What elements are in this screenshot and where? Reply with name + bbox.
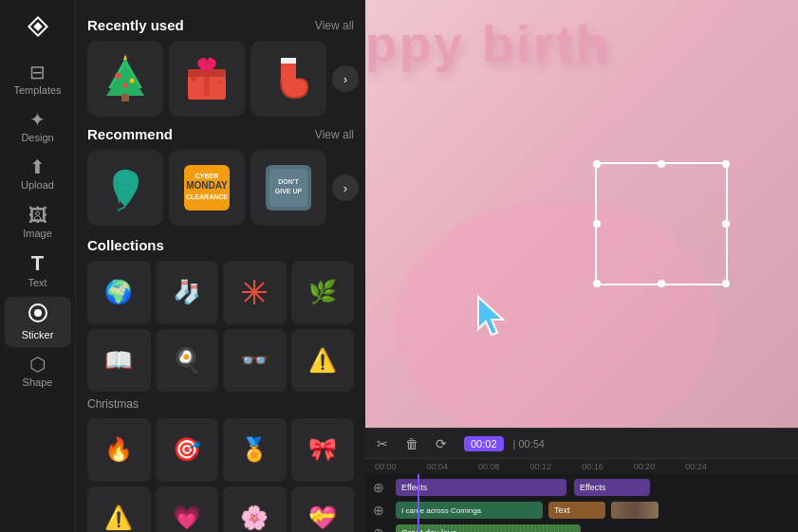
sidebar-item-templates[interactable]: ⊟ Templates <box>5 57 71 102</box>
collection-item-gift[interactable]: 💝 <box>291 486 355 533</box>
timeline-timecode: 00:02 <box>464 436 504 451</box>
track-audio[interactable]: Great day love <box>396 524 581 532</box>
selection-handle-bm[interactable] <box>658 280 665 287</box>
track-text[interactable]: Text <box>548 502 605 519</box>
svg-point-6 <box>115 73 121 79</box>
timeline-toolbar: ✂ 🗑 ⟳ 00:02 | 00:54 <box>365 429 798 459</box>
svg-point-13 <box>191 76 196 82</box>
selection-handle-mr[interactable] <box>722 220 730 228</box>
recently-used-header: Recently used View all <box>87 17 354 33</box>
sticker-heart-box[interactable] <box>169 41 245 117</box>
sidebar-item-image[interactable]: 🖼 Image <box>5 200 71 246</box>
svg-text:MONDAY: MONDAY <box>186 180 228 191</box>
collection-item-flower[interactable]: 🌸 <box>223 486 287 533</box>
collection-item-book[interactable]: 📖 <box>87 329 151 393</box>
track-row-audio: ⊕ Great day love <box>365 523 798 532</box>
collection-item-ribbon[interactable]: 🎀 <box>291 418 355 482</box>
canvas-area[interactable]: ppy birth <box>365 0 798 428</box>
recommend-title: Recommend <box>87 126 173 142</box>
svg-rect-5 <box>121 94 129 101</box>
svg-text:CYBER: CYBER <box>195 173 219 179</box>
ruler-marks: 00:00 00:04 00:08 00:12 00:16 00:20 00:2… <box>375 462 707 471</box>
sidebar-item-upload[interactable]: ⬆ Upload <box>5 152 71 197</box>
collection-item-plant[interactable]: 🌿 <box>291 261 355 324</box>
track-audio-toggle[interactable]: ⊕ <box>369 525 388 532</box>
track-effects-right[interactable]: Effects <box>574 479 650 496</box>
track-effects-left[interactable]: Effects <box>396 479 566 496</box>
svg-marker-29 <box>478 297 503 335</box>
sidebar: ⊟ Templates ✦ Design ⬆ Upload 🖼 Image T … <box>0 0 76 532</box>
collection-item-egg[interactable]: 🍳 <box>156 329 219 393</box>
collection-item-medal[interactable]: 🏅 <box>223 418 287 482</box>
recommend-row: CYBER MONDAY CLEARANCE DON'T GIVE UP › <box>87 150 354 226</box>
collection-item-snowflake[interactable] <box>223 261 287 324</box>
svg-marker-4 <box>106 65 144 96</box>
track-video[interactable]: I came across Cominga <box>396 502 543 519</box>
timeline-ruler: 00:00 00:04 00:08 00:12 00:16 00:20 00:2… <box>365 459 798 474</box>
collection-item-fire[interactable]: 🔥 <box>87 418 151 482</box>
sidebar-item-label-sticker: Sticker <box>22 329 54 341</box>
track-video-thumbnail <box>611 502 659 519</box>
svg-point-2 <box>34 309 42 317</box>
sticker-christmas-tree[interactable] <box>87 41 163 117</box>
track-effects-toggle[interactable]: ⊕ <box>369 480 388 495</box>
timeline-tool-cut[interactable]: ✂ <box>373 434 392 453</box>
sidebar-item-sticker[interactable]: Sticker <box>5 297 71 347</box>
sidebar-item-label-templates: Templates <box>13 84 61 97</box>
svg-point-7 <box>130 79 135 83</box>
recently-used-view-all[interactable]: View all <box>315 19 354 32</box>
sticker-cyber-monday[interactable]: CYBER MONDAY CLEARANCE <box>169 150 245 226</box>
templates-icon: ⊟ <box>29 63 46 82</box>
sticker-leaf[interactable] <box>87 150 163 226</box>
collection-item-target[interactable]: 🎯 <box>156 418 219 482</box>
sticker-icon <box>28 303 48 326</box>
christmas-label: Christmas <box>87 397 354 411</box>
collection-item-heart[interactable]: 💗 <box>156 486 219 533</box>
svg-text:CLEARANCE: CLEARANCE <box>186 193 228 200</box>
sidebar-item-label-design: Design <box>21 132 53 144</box>
collection-item-warning2[interactable]: ⚠️ <box>87 486 151 533</box>
timeline-tracks: ⊕ Effects Effects ⊕ I came across Coming… <box>365 474 798 532</box>
collections-header: Collections <box>87 237 354 253</box>
svg-point-14 <box>218 81 222 84</box>
collection-item-warning[interactable]: ⚠️ <box>291 329 355 393</box>
sidebar-item-text[interactable]: T Text <box>5 248 71 295</box>
recommend-view-all[interactable]: View all <box>315 128 354 141</box>
recently-used-title: Recently used <box>87 17 184 33</box>
sidebar-item-label-upload: Upload <box>21 179 54 192</box>
christmas-grid: 🌍 🧦 🌿 📖 🍳 👓 ⚠️ <box>87 261 354 392</box>
collections-title: Collections <box>87 237 164 253</box>
image-icon: 🖼 <box>28 206 47 225</box>
sidebar-item-label-image: Image <box>23 228 52 240</box>
collection-item-glasses[interactable]: 👓 <box>223 329 287 393</box>
selection-handle-ml[interactable] <box>593 220 601 228</box>
svg-rect-15 <box>281 58 296 64</box>
selection-handle-tm[interactable] <box>658 160 665 168</box>
collection-item-sock[interactable]: 🧦 <box>156 261 219 324</box>
timeline-tool-delete[interactable]: 🗑 <box>401 434 422 453</box>
selection-handle-tl[interactable] <box>593 160 601 168</box>
recommend-next-arrow[interactable]: › <box>332 174 359 201</box>
recently-used-next-arrow[interactable]: › <box>332 65 359 92</box>
recommend-header: Recommend View all <box>87 126 354 142</box>
svg-point-8 <box>123 83 128 88</box>
sidebar-item-shape[interactable]: ⬡ Shape <box>5 349 71 394</box>
track-row-effects: ⊕ Effects Effects <box>365 477 798 498</box>
selection-box[interactable] <box>595 162 728 285</box>
svg-text:DON'T: DON'T <box>278 178 299 185</box>
sticker-stocking[interactable] <box>251 41 326 117</box>
timeline: ✂ 🗑 ⟳ 00:02 | 00:54 00:00 00:04 00:08 00… <box>365 428 798 532</box>
collection-item-globe[interactable]: 🌍 <box>87 261 151 324</box>
svg-line-16 <box>118 207 125 211</box>
sidebar-item-design[interactable]: ✦ Design <box>5 104 71 150</box>
timeline-total: | 00:54 <box>513 438 545 449</box>
sticker-dont-give-up[interactable]: DON'T GIVE UP <box>251 150 326 226</box>
track-video-toggle[interactable]: ⊕ <box>369 503 388 518</box>
sticker-panel: Recently used View all <box>76 0 365 532</box>
cursor-arrow <box>474 293 512 342</box>
recently-used-row: › <box>87 41 354 117</box>
sidebar-item-label-text: Text <box>28 277 46 289</box>
goodies-grid: 🔥 🎯 🏅 🎀 ⚠️ 💗 🌸 💝 <box>87 418 354 532</box>
track-row-video: ⊕ I came across Cominga Text <box>365 500 798 521</box>
timeline-tool-speed[interactable]: ⟳ <box>432 434 451 453</box>
